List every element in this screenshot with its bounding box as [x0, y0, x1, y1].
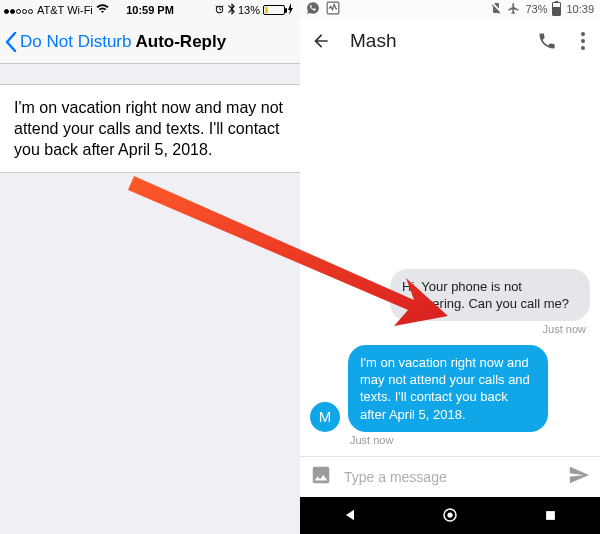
message-bubble: Hi. Your phone is not answering. Can you…	[390, 269, 590, 321]
alarm-icon	[214, 4, 225, 17]
image-icon[interactable]	[310, 464, 332, 490]
android-screen: 73% 10:39 Mash Hi. Your phone is not ans…	[300, 0, 600, 534]
svg-point-5	[447, 513, 452, 518]
back-button[interactable]	[310, 30, 332, 52]
back-button[interactable]: Do Not Disturb	[5, 32, 131, 52]
send-button[interactable]	[568, 464, 590, 490]
svg-point-3	[581, 46, 585, 50]
more-button[interactable]	[576, 30, 590, 52]
battery-icon	[552, 2, 561, 16]
android-navbar	[300, 497, 600, 534]
message-outgoing[interactable]: M I'm on vacation right now and may not …	[310, 345, 590, 432]
svg-rect-6	[546, 511, 555, 520]
chat-area[interactable]: Hi. Your phone is not answering. Can you…	[300, 63, 600, 456]
ios-status-bar: AT&T Wi-Fi 10:59 PM 13%	[0, 0, 300, 20]
message-timestamp: Just now	[314, 323, 586, 335]
message-composer	[300, 456, 600, 497]
ios-screen: AT&T Wi-Fi 10:59 PM 13%	[0, 0, 300, 534]
nav-home-button[interactable]	[440, 505, 460, 525]
android-status-bar: 73% 10:39	[300, 0, 600, 19]
avatar: M	[310, 402, 340, 432]
call-button[interactable]	[536, 30, 558, 52]
nav-back-button[interactable]	[340, 505, 360, 525]
page-title: Auto-Reply	[135, 32, 226, 52]
airplane-icon	[507, 2, 520, 17]
svg-point-1	[581, 32, 585, 36]
contact-name[interactable]: Mash	[350, 30, 518, 52]
autoreply-text-cell[interactable]: I'm on vacation right now and may not at…	[0, 84, 300, 173]
battery-percent: 13%	[238, 4, 260, 16]
message-timestamp: Just now	[350, 434, 586, 446]
message-input[interactable]	[344, 469, 556, 485]
autoreply-text: I'm on vacation right now and may not at…	[14, 99, 283, 158]
battery-icon	[263, 5, 285, 15]
no-sim-icon	[490, 2, 502, 16]
android-appbar: Mash	[300, 19, 600, 63]
carrier-label: AT&T Wi-Fi	[37, 4, 93, 16]
battery-percent: 73%	[525, 3, 547, 15]
charging-icon	[288, 3, 294, 17]
ios-navbar: Do Not Disturb Auto-Reply	[0, 20, 300, 64]
message-bubble: I'm on vacation right now and may not at…	[348, 345, 548, 432]
whatsapp-icon	[306, 1, 320, 17]
status-time: 10:39	[566, 3, 594, 15]
activity-icon	[326, 1, 340, 17]
status-time: 10:59 PM	[126, 4, 174, 16]
wifi-icon	[96, 4, 109, 16]
back-label: Do Not Disturb	[20, 32, 131, 52]
svg-point-2	[581, 39, 585, 43]
message-incoming[interactable]: Hi. Your phone is not answering. Can you…	[310, 269, 590, 321]
nav-recent-button[interactable]	[540, 505, 560, 525]
bluetooth-icon	[228, 3, 235, 17]
signal-icon	[4, 4, 34, 16]
